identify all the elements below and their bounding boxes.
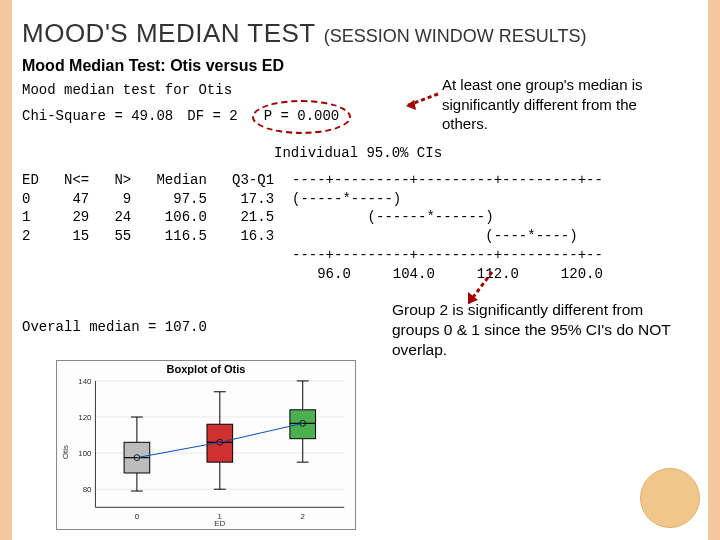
chi-square-value: Chi-Square = 49.08: [22, 107, 173, 126]
annotation-group2: Group 2 is significantly different from …: [392, 300, 692, 360]
svg-text:140: 140: [78, 377, 92, 386]
svg-text:100: 100: [78, 449, 92, 458]
boxplot-title: Boxplot of Otis: [57, 361, 355, 375]
title-sub: (SESSION WINDOW RESULTS): [324, 26, 587, 47]
svg-text:80: 80: [83, 485, 92, 494]
ci-heading: Individual 95.0% CIs: [22, 144, 698, 163]
svg-text:Otis: Otis: [61, 445, 70, 459]
ci-row: (------*------): [292, 208, 698, 227]
table-row: 0 47 9 97.5 17.3: [22, 190, 292, 209]
p-value-highlight-oval: P = 0.000: [252, 100, 352, 134]
annotation-pvalue: At least one group's median is significa…: [442, 75, 682, 134]
title-main: MOOD'S MEDIAN TEST: [22, 18, 316, 49]
ci-row: (----*----): [292, 227, 698, 246]
svg-text:2: 2: [301, 512, 305, 521]
boxplot-svg: 80100120140Otis012ED: [57, 375, 355, 529]
ci-row: ----+---------+---------+---------+--: [292, 246, 698, 265]
svg-text:ED: ED: [214, 519, 225, 528]
ci-row: ----+---------+---------+---------+--: [292, 171, 698, 190]
table-row: 2 15 55 116.5 16.3: [22, 227, 292, 246]
df-value: DF = 2: [187, 107, 237, 126]
slide-title: MOOD'S MEDIAN TEST (SESSION WINDOW RESUL…: [22, 18, 698, 49]
svg-text:0: 0: [135, 512, 140, 521]
table-row: 1 29 24 106.0 21.5: [22, 208, 292, 227]
arrow-to-pvalue: [402, 90, 440, 110]
svg-rect-25: [207, 424, 233, 462]
p-value: P = 0.000: [264, 108, 340, 124]
decorative-circle-icon: [640, 468, 700, 528]
boxplot-chart: Boxplot of Otis 80100120140Otis012ED: [56, 360, 356, 530]
svg-text:120: 120: [78, 413, 92, 422]
mood-test-title: Mood Median Test: Otis versus ED: [22, 57, 698, 75]
ci-row: (-----*-----): [292, 190, 698, 209]
results-table-block: ED N<= N> Median Q3-Q1 0 47 9 97.5 17.3 …: [22, 171, 698, 284]
table-header: ED N<= N> Median Q3-Q1: [22, 171, 292, 190]
svg-rect-33: [290, 410, 316, 439]
